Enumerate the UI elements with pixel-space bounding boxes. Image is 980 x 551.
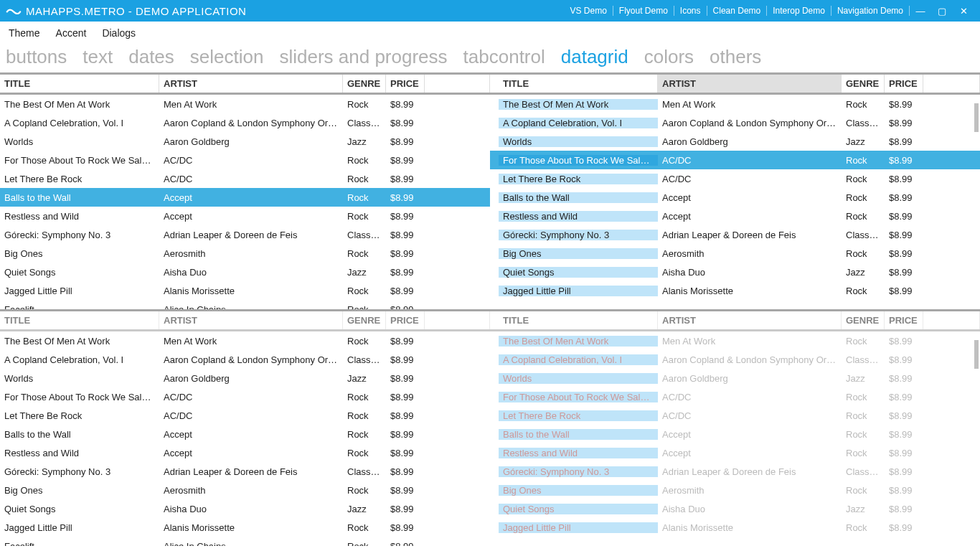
datagrid-pane-4[interactable]: TITLE ARTIST GENRE PRICE The Best Of Men…: [490, 309, 980, 546]
table-row[interactable]: Jagged Little PillAlanis MorissetteRock$…: [490, 281, 980, 300]
datagrid-pane-3[interactable]: TITLE ARTIST GENRE PRICE The Best Of Men…: [0, 309, 490, 546]
datagrid-pane-2[interactable]: TITLE ARTIST GENRE PRICE The Best Of Men…: [490, 72, 980, 309]
grid3-col-artist[interactable]: ARTIST: [159, 311, 343, 329]
table-row[interactable]: For Those About To Rock We Salute YouAC/…: [0, 387, 490, 406]
grid2-scrollbar[interactable]: [974, 103, 979, 132]
tab-others[interactable]: others: [710, 46, 761, 68]
table-row[interactable]: Balls to the WallAcceptRock$8.99: [490, 188, 980, 207]
app-logo-icon: [6, 6, 22, 16]
grid4-col-title[interactable]: TITLE: [499, 311, 658, 329]
table-row[interactable]: Górecki: Symphony No. 3Adrian Leaper & D…: [490, 462, 980, 481]
table-row[interactable]: The Best Of Men At WorkMen At WorkRock$8…: [490, 331, 980, 350]
table-row[interactable]: The Best Of Men At WorkMen At WorkRock$8…: [0, 331, 490, 350]
menu-accent[interactable]: Accent: [56, 27, 87, 39]
tab-text[interactable]: text: [83, 46, 113, 68]
grid2-header[interactable]: TITLE ARTIST GENRE PRICE: [490, 75, 980, 95]
tab-sliders[interactable]: sliders and progress: [279, 46, 447, 68]
table-row[interactable]: Górecki: Symphony No. 3Adrian Leaper & D…: [490, 225, 980, 244]
table-row[interactable]: Quiet SongsAisha DuoJazz$8.99: [490, 499, 980, 518]
table-row[interactable]: Let There Be RockAC/DCRock$8.99: [0, 169, 490, 188]
tab-colors[interactable]: colors: [644, 46, 694, 68]
grid2-expander-col: [490, 75, 499, 93]
table-row[interactable]: Restless and WildAcceptRock$8.99: [490, 443, 980, 462]
table-row[interactable]: Balls to the WallAcceptRock$8.99: [0, 188, 490, 207]
table-row[interactable]: The Best Of Men At WorkMen At WorkRock$8…: [490, 95, 980, 113]
table-row[interactable]: A Copland Celebration, Vol. IAaron Copla…: [0, 113, 490, 132]
tab-strip: buttons text dates selection sliders and…: [0, 42, 980, 72]
table-row[interactable]: For Those About To Rock We Salute YouAC/…: [490, 387, 980, 406]
table-row[interactable]: Quiet SongsAisha DuoJazz$8.99: [490, 263, 980, 281]
table-row[interactable]: Big OnesAerosmithRock$8.99: [490, 244, 980, 263]
menu-theme[interactable]: Theme: [9, 27, 40, 39]
table-row[interactable]: Jagged Little PillAlanis MorissetteRock$…: [0, 518, 490, 537]
table-row[interactable]: WorldsAaron GoldbergJazz$8.99: [0, 369, 490, 387]
cmd-vs-demo[interactable]: VS Demo: [564, 6, 613, 16]
grid3-header[interactable]: TITLE ARTIST GENRE PRICE: [0, 311, 490, 331]
grid4-col-artist[interactable]: ARTIST: [658, 311, 842, 329]
table-row[interactable]: Quiet SongsAisha DuoJazz$8.99: [0, 263, 490, 281]
close-button[interactable]: ✕: [953, 6, 974, 17]
tab-datagrid[interactable]: datagrid: [561, 46, 628, 68]
table-row[interactable]: Jagged Little PillAlanis MorissetteRock$…: [490, 518, 980, 537]
table-row[interactable]: Quiet SongsAisha DuoJazz$8.99: [0, 499, 490, 518]
cmd-interop-demo[interactable]: Interop Demo: [767, 6, 831, 16]
table-row[interactable]: Big OnesAerosmithRock$8.99: [0, 244, 490, 263]
main-menu: Theme Accent Dialogs: [0, 22, 980, 42]
table-row[interactable]: Restless and WildAcceptRock$8.99: [490, 207, 980, 225]
grid4-col-price[interactable]: PRICE: [885, 311, 923, 329]
grid1-header[interactable]: TITLE ARTIST GENRE PRICE: [0, 75, 490, 95]
tab-dates[interactable]: dates: [128, 46, 174, 68]
menu-dialogs[interactable]: Dialogs: [102, 27, 136, 39]
minimize-button[interactable]: —: [910, 6, 931, 17]
grid3-col-title[interactable]: TITLE: [0, 311, 159, 329]
table-row[interactable]: WorldsAaron GoldbergJazz$8.99: [0, 132, 490, 151]
grid2-col-rest: [923, 75, 980, 93]
table-row[interactable]: Górecki: Symphony No. 3Adrian Leaper & D…: [0, 462, 490, 481]
table-row[interactable]: For Those About To Rock We Salute YouAC/…: [0, 151, 490, 169]
tab-selection[interactable]: selection: [190, 46, 264, 68]
cmd-icons[interactable]: Icons: [674, 6, 707, 16]
table-row[interactable]: Balls to the WallAcceptRock$8.99: [0, 425, 490, 443]
table-row[interactable]: A Copland Celebration, Vol. IAaron Copla…: [490, 350, 980, 369]
grid1-col-title[interactable]: TITLE: [0, 75, 159, 93]
table-row[interactable]: Let There Be RockAC/DCRock$8.99: [0, 406, 490, 425]
grid2-col-price[interactable]: PRICE: [885, 75, 923, 93]
table-row[interactable]: Let There Be RockAC/DCRock$8.99: [490, 169, 980, 188]
table-row[interactable]: WorldsAaron GoldbergJazz$8.99: [490, 132, 980, 151]
cmd-flyout-demo[interactable]: Flyout Demo: [613, 6, 674, 16]
table-row[interactable]: Jagged Little PillAlanis MorissetteRock$…: [0, 281, 490, 300]
table-row[interactable]: The Best Of Men At WorkMen At WorkRock$8…: [0, 95, 490, 113]
grid1-col-genre[interactable]: GENRE: [343, 75, 386, 93]
table-row[interactable]: Big OnesAerosmithRock$8.99: [0, 481, 490, 499]
datagrid-pane-1[interactable]: TITLE ARTIST GENRE PRICE The Best Of Men…: [0, 72, 490, 309]
grid2-col-title[interactable]: TITLE: [499, 75, 658, 93]
table-row[interactable]: WorldsAaron GoldbergJazz$8.99: [490, 369, 980, 387]
grid2-col-genre[interactable]: GENRE: [842, 75, 885, 93]
maximize-button[interactable]: ▢: [931, 6, 953, 17]
cmd-clean-demo[interactable]: Clean Demo: [707, 6, 768, 16]
grid4-scrollbar[interactable]: [974, 340, 979, 369]
grid3-col-genre[interactable]: GENRE: [343, 311, 386, 329]
grid4-header[interactable]: TITLE ARTIST GENRE PRICE: [490, 311, 980, 331]
table-row[interactable]: FaceliftAlice In ChainsRock$8.99: [0, 300, 490, 309]
table-row[interactable]: FaceliftAlice In ChainsRock$8.99: [0, 537, 490, 546]
grid1-col-price[interactable]: PRICE: [386, 75, 425, 93]
table-row[interactable]: A Copland Celebration, Vol. IAaron Copla…: [490, 113, 980, 132]
table-row[interactable]: Big OnesAerosmithRock$8.99: [490, 481, 980, 499]
table-row[interactable]: Restless and WildAcceptRock$8.99: [0, 207, 490, 225]
table-row[interactable]: A Copland Celebration, Vol. IAaron Copla…: [0, 350, 490, 369]
grid3-col-price[interactable]: PRICE: [386, 311, 425, 329]
table-row[interactable]: Restless and WildAcceptRock$8.99: [0, 443, 490, 462]
grid4-col-genre[interactable]: GENRE: [842, 311, 885, 329]
tab-buttons[interactable]: buttons: [6, 46, 67, 68]
table-row[interactable]: Górecki: Symphony No. 3Adrian Leaper & D…: [0, 225, 490, 244]
grid1-col-artist[interactable]: ARTIST: [159, 75, 343, 93]
window-title: MAHAPPS.METRO - DEMO APPLICATION: [26, 5, 246, 17]
grid2-col-artist[interactable]: ARTIST: [658, 75, 842, 93]
table-row[interactable]: Balls to the WallAcceptRock$8.99: [490, 425, 980, 443]
table-row[interactable]: ▸For Those About To Rock We Salute YouAC…: [490, 151, 980, 169]
datagrid-content: TITLE ARTIST GENRE PRICE The Best Of Men…: [0, 72, 980, 546]
cmd-navigation-demo[interactable]: Navigation Demo: [831, 6, 910, 16]
tab-tabcontrol[interactable]: tabcontrol: [463, 46, 545, 68]
table-row[interactable]: Let There Be RockAC/DCRock$8.99: [490, 406, 980, 425]
